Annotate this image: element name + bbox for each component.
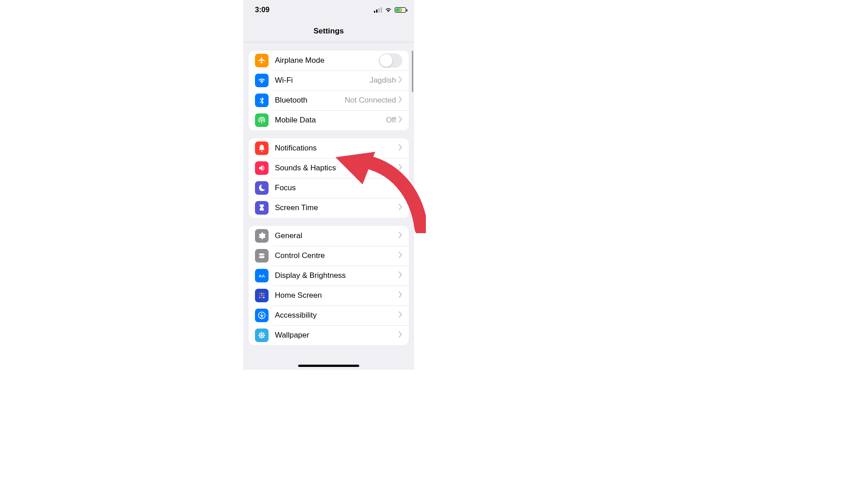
switches-icon	[255, 249, 269, 263]
settings-row-general[interactable]: General	[249, 226, 409, 246]
row-label: Bluetooth	[275, 96, 345, 105]
airplane-icon	[255, 54, 269, 67]
row-label: Display & Brightness	[275, 271, 399, 280]
settings-row-focus[interactable]: Focus	[249, 178, 409, 198]
svg-rect-4	[259, 295, 260, 296]
scrollbar-indicator	[412, 51, 413, 92]
svg-point-11	[261, 313, 262, 314]
svg-point-13	[261, 332, 263, 334]
svg-rect-8	[261, 297, 263, 298]
chevron-right-icon	[399, 144, 402, 152]
svg-point-14	[261, 337, 263, 339]
svg-rect-1	[259, 293, 260, 294]
chevron-right-icon	[399, 204, 402, 212]
row-label: Control Centre	[275, 251, 399, 260]
row-label: Accessibility	[275, 311, 399, 320]
svg-text:AA: AA	[259, 273, 265, 278]
page-title: Settings	[313, 27, 344, 36]
row-label: General	[275, 231, 399, 240]
row-label: Wi-Fi	[275, 76, 369, 85]
bell-icon	[255, 141, 269, 155]
row-value: Not Connected	[345, 96, 396, 105]
settings-row-notifications[interactable]: Notifications	[249, 138, 409, 158]
svg-rect-6	[263, 295, 264, 296]
battery-icon: ⚡	[395, 7, 406, 13]
svg-point-12	[261, 334, 263, 337]
settings-row-mobiledata[interactable]: Mobile DataOff	[249, 110, 409, 130]
settings-row-airplane[interactable]: Airplane Mode	[249, 51, 409, 70]
status-time: 3:09	[255, 6, 269, 14]
settings-row-bluetooth[interactable]: BluetoothNot Connected	[249, 90, 409, 110]
row-label: Screen Time	[275, 203, 399, 212]
row-value: Jagdish	[369, 76, 396, 85]
settings-row-wallpaper[interactable]: Wallpaper	[249, 325, 409, 345]
svg-rect-7	[259, 297, 260, 298]
chevron-right-icon	[399, 184, 402, 192]
row-label: Focus	[275, 183, 399, 192]
chevron-right-icon	[399, 96, 402, 104]
aa-icon: AA	[255, 269, 269, 282]
toggle-airplane[interactable]	[379, 53, 402, 68]
speaker-icon	[255, 161, 269, 175]
chevron-right-icon	[399, 232, 402, 240]
svg-rect-5	[261, 295, 263, 296]
wifi-icon	[255, 74, 269, 87]
svg-point-16	[263, 335, 265, 336]
svg-rect-2	[261, 293, 263, 294]
row-label: Wallpaper	[275, 331, 399, 340]
settings-row-screentime[interactable]: Screen Time	[249, 198, 409, 218]
row-label: Airplane Mode	[275, 56, 379, 65]
svg-point-20	[259, 336, 261, 338]
settings-row-wifi[interactable]: Wi-FiJagdish	[249, 70, 409, 90]
settings-row-controlcentre[interactable]: Control Centre	[249, 246, 409, 266]
row-value: Off	[386, 116, 396, 125]
settings-list[interactable]: Airplane ModeWi-FiJagdishBluetoothNot Co…	[243, 42, 414, 370]
status-bar: 3:09 ⚡	[243, 0, 414, 20]
home-indicator	[298, 365, 359, 367]
flower-icon	[255, 328, 269, 342]
svg-rect-9	[263, 297, 264, 298]
settings-group: GeneralControl CentreAADisplay & Brightn…	[249, 226, 409, 345]
settings-row-accessibility[interactable]: Accessibility	[249, 305, 409, 325]
svg-point-18	[262, 336, 264, 338]
settings-group: Airplane ModeWi-FiJagdishBluetoothNot Co…	[249, 51, 409, 130]
status-indicators: ⚡	[374, 6, 406, 14]
navbar: Settings	[243, 20, 414, 42]
stage: 3:09 ⚡ Settings Airplane ModeWi-FiJagdis…	[0, 0, 868, 488]
settings-row-homescreen[interactable]: Home Screen	[249, 286, 409, 305]
bluetooth-icon	[255, 94, 269, 107]
chevron-right-icon	[399, 252, 402, 260]
chevron-right-icon	[399, 291, 402, 300]
chevron-right-icon	[399, 311, 402, 319]
gear-icon	[255, 229, 269, 243]
moon-icon	[255, 181, 269, 195]
grid-icon	[255, 289, 269, 302]
row-label: Notifications	[275, 144, 399, 153]
chevron-right-icon	[399, 76, 402, 84]
row-label: Sounds & Haptics	[275, 164, 399, 173]
row-label: Mobile Data	[275, 116, 386, 125]
chevron-right-icon	[399, 164, 402, 172]
cellular-icon	[374, 7, 382, 13]
hourglass-icon	[255, 201, 269, 215]
chevron-right-icon	[399, 116, 402, 124]
row-label: Home Screen	[275, 291, 399, 300]
accessibility-icon	[255, 309, 269, 322]
chevron-right-icon	[399, 272, 402, 280]
settings-row-sounds[interactable]: Sounds & Haptics	[249, 158, 409, 178]
settings-row-display[interactable]: AADisplay & Brightness	[249, 266, 409, 286]
svg-point-15	[259, 335, 261, 336]
settings-group: NotificationsSounds & HapticsFocusScreen…	[249, 138, 409, 218]
svg-rect-3	[263, 293, 264, 294]
chevron-right-icon	[399, 331, 402, 339]
device-frame: 3:09 ⚡ Settings Airplane ModeWi-FiJagdis…	[243, 0, 414, 370]
svg-point-17	[259, 333, 261, 335]
antenna-icon	[255, 113, 269, 127]
wifi-status-icon	[385, 6, 392, 14]
svg-point-19	[262, 333, 264, 335]
